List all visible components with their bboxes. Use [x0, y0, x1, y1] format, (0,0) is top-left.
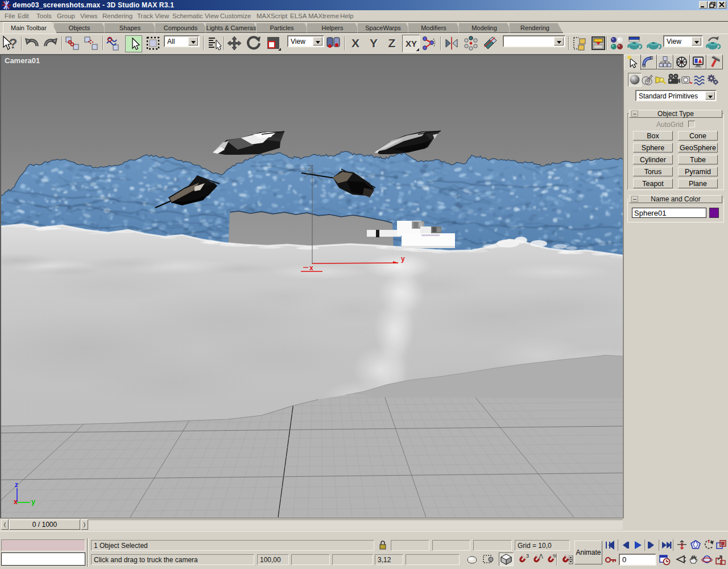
svg-text:x: x — [14, 498, 18, 506]
svg-text:XY: XY — [406, 39, 417, 48]
svg-text:X: X — [351, 36, 359, 50]
svg-text:x: x — [309, 264, 313, 272]
svg-text:y: y — [31, 497, 36, 506]
svg-text:Z: Z — [388, 36, 396, 50]
svg-text:y: y — [401, 255, 405, 263]
svg-text:z: z — [15, 481, 18, 489]
svg-text:Y: Y — [370, 36, 378, 50]
